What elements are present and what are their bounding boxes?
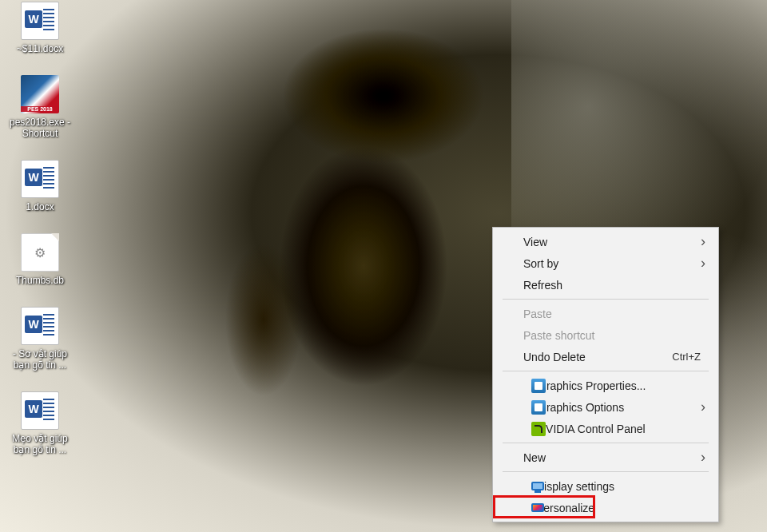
context-menu-separator: [503, 371, 709, 371]
context-menu-item-view[interactable]: View›: [495, 231, 717, 252]
desktop-icon-label: ~$11i.docx: [17, 43, 63, 54]
desktop-icon-label: pes2018.exe - Shortcut: [5, 117, 75, 139]
desktop-icon-label: 1.docx: [26, 201, 54, 212]
context-menu-item-graphics-options[interactable]: Graphics Options›: [495, 396, 717, 418]
desktop-icon-label: Mẹo vặt giúp bạn gõ tin ...: [5, 433, 75, 455]
context-menu-item-paste: Paste: [495, 303, 717, 324]
context-menu-separator: [503, 443, 709, 443]
chevron-right-icon: ›: [701, 449, 705, 466]
context-menu-item-display-settings[interactable]: Display settings: [495, 475, 717, 497]
context-menu-item-undo-delete[interactable]: Undo DeleteCtrl+Z: [495, 346, 717, 367]
menu-item-label: Personalize: [536, 502, 594, 514]
chevron-right-icon: ›: [701, 255, 705, 272]
menu-item-label: View: [523, 236, 547, 248]
desktop-icon-doc-b[interactable]: Mẹo vặt giúp bạn gõ tin ...: [3, 390, 77, 457]
context-menu-item-new[interactable]: New›: [495, 447, 717, 468]
word-icon: [21, 391, 59, 430]
word-icon: [21, 307, 59, 345]
menu-item-label: Sort by: [523, 257, 558, 270]
menu-item-shortcut: Ctrl+Z: [672, 351, 701, 363]
menu-item-label: New: [523, 451, 546, 464]
word-icon: [21, 2, 59, 40]
context-menu-item-sort-by[interactable]: Sort by›: [495, 252, 717, 274]
intel-icon: [531, 379, 546, 393]
context-menu-item-refresh[interactable]: Refresh: [495, 274, 717, 296]
desktop-icons-column: ~$11i.docx pes2018.exe - Shortcut 1.docx…: [3, 0, 77, 457]
desktop-icon-1-docx[interactable]: 1.docx: [3, 158, 77, 214]
desktop-icon-label: Thumbs.db: [16, 275, 64, 286]
context-menu-item-paste-shortcut: Paste shortcut: [495, 324, 717, 346]
menu-item-label: Paste: [523, 308, 552, 320]
context-menu-separator: [503, 471, 709, 472]
context-menu-separator: [503, 299, 709, 300]
context-menu-item-nvidia-control-panel[interactable]: NVIDIA Control Panel: [495, 418, 717, 439]
word-icon: [21, 160, 59, 198]
context-menu-item-personalize[interactable]: Personalize: [495, 497, 717, 518]
desktop-context-menu: View›Sort by›RefreshPastePaste shortcutU…: [492, 227, 719, 522]
file-icon: ⚙: [21, 233, 59, 272]
chevron-right-icon: ›: [701, 399, 705, 415]
intel-icon: [531, 400, 546, 415]
menu-item-label: Display settings: [536, 480, 614, 493]
menu-item-label: Graphics Options: [538, 401, 624, 414]
personalize-icon: [531, 503, 544, 512]
menu-item-label: Paste shortcut: [523, 329, 595, 342]
monitor-icon: [531, 482, 544, 490]
chevron-right-icon: ›: [701, 233, 705, 250]
desktop-icon-docx-temp[interactable]: ~$11i.docx: [3, 0, 77, 56]
menu-item-label: Undo Delete: [523, 351, 586, 363]
pes-icon: [21, 75, 59, 113]
desktop-icon-thumbs-db[interactable]: ⚙ Thumbs.db: [3, 232, 77, 288]
context-menu-item-graphics-properties[interactable]: Graphics Properties...: [495, 375, 717, 396]
desktop-icon-pes-shortcut[interactable]: pes2018.exe - Shortcut: [3, 73, 77, 141]
desktop-icon-doc-a[interactable]: - Sơ vật giúp bạn gõ tin ...: [3, 305, 77, 372]
menu-item-label: NVIDIA Control Panel: [538, 423, 646, 435]
desktop-icon-label: - Sơ vật giúp bạn gõ tin ...: [5, 348, 75, 371]
menu-item-label: Refresh: [523, 279, 562, 292]
nvidia-icon: [531, 422, 546, 436]
menu-item-label: Graphics Properties...: [538, 379, 646, 392]
